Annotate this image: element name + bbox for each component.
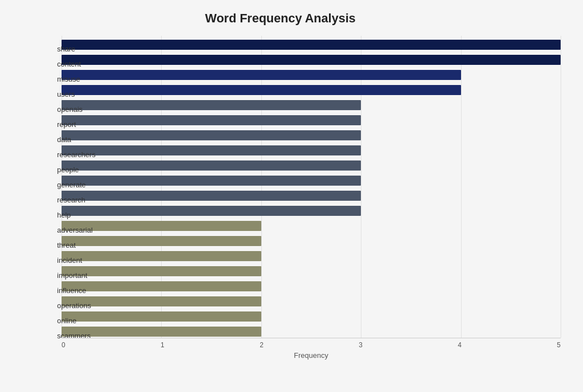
- bar: [62, 70, 461, 80]
- bar: [62, 85, 461, 95]
- bar: [62, 115, 361, 125]
- bar-row: people: [62, 159, 561, 172]
- bar: [62, 176, 361, 186]
- bar-row: influence: [62, 280, 561, 292]
- bar-row: report: [62, 114, 561, 126]
- bar: [62, 311, 261, 322]
- bar-row: help: [62, 205, 561, 217]
- x-axis: 012345 Frequency: [62, 338, 561, 360]
- bar-row: threat: [62, 235, 561, 247]
- bar: [62, 55, 561, 65]
- bar-row: share: [62, 39, 561, 51]
- bar-row: online: [62, 310, 561, 323]
- bar: [62, 296, 261, 306]
- x-axis-ticks: 012345: [62, 338, 561, 349]
- bar-row: researchers: [62, 144, 561, 157]
- bar: [62, 327, 261, 337]
- bar-row: openais: [62, 99, 561, 111]
- bar: [62, 191, 361, 201]
- bar: [62, 40, 561, 50]
- x-axis-label: Frequency: [62, 351, 561, 360]
- x-tick: 1: [161, 341, 164, 349]
- bars-wrapper: sharecontentmisuseusersopenaisreportdata…: [62, 36, 561, 338]
- bar-row: incident: [62, 250, 561, 262]
- bar-row: generate: [62, 174, 561, 187]
- grid-line: [561, 36, 561, 338]
- bar-row: content: [62, 54, 561, 66]
- bar: [62, 281, 261, 291]
- bar-row: operations: [62, 295, 561, 308]
- chart-title: Word Frequency Analysis: [0, 11, 561, 26]
- bar: [62, 130, 361, 140]
- bar-row: misuse: [62, 69, 561, 81]
- bar: [62, 266, 261, 276]
- bar: [62, 100, 361, 110]
- bar-row: important: [62, 265, 561, 277]
- bar: [62, 236, 261, 246]
- bar-row: research: [62, 190, 561, 202]
- x-tick: 0: [62, 341, 65, 349]
- bar-row: users: [62, 84, 561, 96]
- chart-area: sharecontentmisuseusersopenaisreportdata…: [62, 36, 561, 360]
- x-tick: 4: [458, 341, 462, 349]
- bar: [62, 145, 361, 155]
- bar-row: scammers: [62, 325, 561, 338]
- chart-container: Word Frequency Analysis sharecontentmisu…: [0, 0, 583, 392]
- x-tick: 2: [260, 341, 264, 349]
- x-tick: 3: [359, 341, 363, 349]
- bar-row: data: [62, 129, 561, 141]
- bar: [62, 160, 361, 171]
- bar: [62, 251, 261, 261]
- x-tick: 5: [557, 341, 561, 349]
- bar-row: adversarial: [62, 220, 561, 232]
- bar: [62, 206, 361, 216]
